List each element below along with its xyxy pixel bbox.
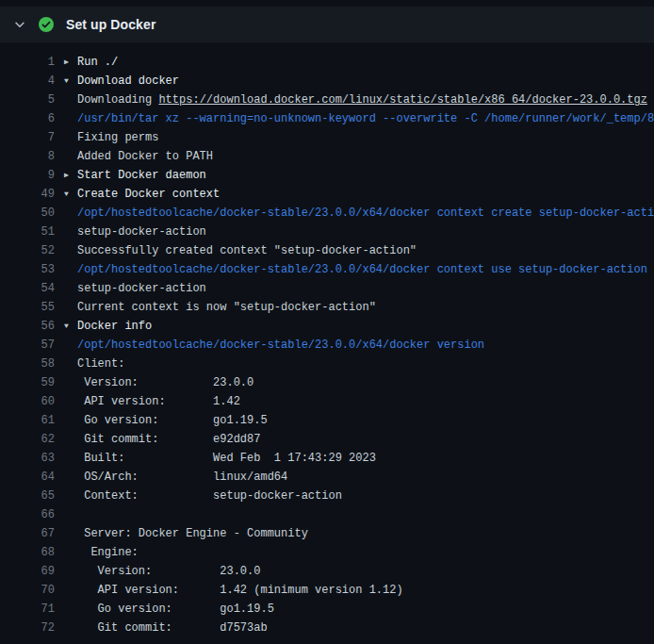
indent-spacer [64,91,77,109]
log-line: 55Current context is now "setup-docker-a… [15,298,654,317]
log-line: 68 Engine: [15,543,654,562]
indent-spacer [64,128,77,147]
actions-log-page: Set up Docker 1▶Run ./4▼Download docker5… [0,0,654,644]
log-text: Built: Wed Feb 1 17:43:29 2023 [77,449,376,468]
line-number[interactable]: 51 [15,223,55,241]
log-text: Current context is now "setup-docker-act… [77,298,376,317]
line-number[interactable]: 49 [15,185,55,204]
check-circle-icon [39,17,54,32]
line-number[interactable]: 8 [15,147,55,166]
log-link[interactable]: https://download.docker.com/linux/static… [158,93,646,107]
log-text: Downloading [77,93,158,107]
line-number[interactable]: 58 [15,355,55,373]
indent-spacer [64,430,77,449]
log-text: Server: Docker Engine - Community [77,524,308,543]
indent-spacer [64,204,77,223]
line-number[interactable]: 59 [15,373,55,392]
log-group-title: Download docker [77,72,179,91]
log-line: 62 Git commit: e92dd87 [15,430,654,449]
line-number[interactable]: 66 [15,505,55,524]
line-number[interactable]: 68 [15,543,55,562]
log-text: API version: 1.42 (minimum version 1.12) [77,581,403,600]
log-line: 52Successfully created context "setup-do… [15,241,654,260]
log-text: setup-docker-action [77,279,206,298]
line-number[interactable]: 57 [15,336,55,355]
log-group-line[interactable]: 9▶Start Docker daemon [15,166,654,185]
indent-spacer [64,147,77,166]
log-text: Git commit: d7573ab [77,619,268,637]
indent-spacer [64,600,77,619]
log-text: Client: [77,355,124,373]
step-header[interactable]: Set up Docker [0,7,654,42]
log-group-title: Start Docker daemon [77,166,206,185]
indent-spacer [64,336,77,355]
line-number[interactable]: 54 [15,279,55,298]
line-number[interactable]: 64 [15,468,55,487]
log-area[interactable]: 1▶Run ./4▼Download docker5Downloading ht… [0,42,654,637]
log-group-line[interactable]: 1▶Run ./ [15,53,654,72]
indent-spacer [64,411,77,430]
indent-spacer [64,619,77,637]
log-command-text: /opt/hostedtoolcache/docker-stable/23.0.… [77,204,654,223]
log-text: Fixing perms [77,128,158,147]
line-number[interactable]: 63 [15,449,55,468]
log-line: 70 API version: 1.42 (minimum version 1.… [15,581,654,600]
log-text: Added Docker to PATH [77,147,213,166]
line-number[interactable]: 62 [15,430,55,449]
log-line: 58Client: [15,355,654,373]
log-text: Downloading https://download.docker.com/… [77,91,647,109]
line-number[interactable]: 53 [15,260,55,279]
log-line: 65 Context: setup-docker-action [15,487,654,505]
log-group-line[interactable]: 4▼Download docker [15,72,654,91]
indent-spacer [64,468,77,487]
line-number[interactable]: 65 [15,487,55,505]
log-text: API version: 1.42 [77,392,240,411]
line-number[interactable]: 6 [15,109,55,128]
line-number[interactable]: 9 [15,166,55,185]
line-number[interactable]: 70 [15,581,55,600]
log-text: setup-docker-action [77,223,206,241]
group-chevron-expanded-icon[interactable]: ▼ [64,185,77,204]
line-number[interactable]: 61 [15,411,55,430]
log-text: Go version: go1.19.5 [77,600,274,619]
log-line: 67 Server: Docker Engine - Community [15,524,654,543]
log-line: 72 Git commit: d7573ab [15,619,654,637]
log-line: 8Added Docker to PATH [15,147,654,166]
log-text: Context: setup-docker-action [77,487,342,505]
chevron-down-icon[interactable] [13,18,26,31]
log-line: 59 Version: 23.0.0 [15,373,654,392]
indent-spacer [64,543,77,562]
log-text: Git commit: e92dd87 [77,430,260,449]
line-number[interactable]: 55 [15,298,55,317]
line-number[interactable]: 71 [15,600,55,619]
line-number[interactable]: 69 [15,562,55,581]
log-group-title: Run ./ [77,53,118,72]
indent-spacer [64,392,77,411]
group-chevron-collapsed-icon[interactable]: ▶ [64,166,77,185]
log-group-title: Docker info [77,317,152,336]
line-number[interactable]: 4 [15,72,55,91]
line-number[interactable]: 67 [15,524,55,543]
log-line: 64 OS/Arch: linux/amd64 [15,468,654,487]
line-number[interactable]: 52 [15,241,55,260]
group-chevron-collapsed-icon[interactable]: ▶ [64,53,77,72]
group-chevron-expanded-icon[interactable]: ▼ [64,317,77,336]
line-number[interactable]: 60 [15,392,55,411]
log-group-line[interactable]: 56▼Docker info [15,317,654,336]
line-number[interactable]: 7 [15,128,55,147]
indent-spacer [64,524,77,543]
log-line: 5Downloading https://download.docker.com… [15,91,654,109]
indent-spacer [64,581,77,600]
line-number[interactable]: 5 [15,91,55,109]
indent-spacer [64,505,77,524]
log-group-line[interactable]: 49▼Create Docker context [15,185,654,204]
indent-spacer [64,373,77,392]
indent-spacer [64,487,77,505]
line-number[interactable]: 50 [15,204,55,223]
line-number[interactable]: 1 [15,53,55,72]
line-number[interactable]: 72 [15,619,55,637]
log-text: OS/Arch: linux/amd64 [77,468,287,487]
line-number[interactable]: 56 [15,317,55,336]
group-chevron-expanded-icon[interactable]: ▼ [64,72,77,91]
indent-spacer [64,562,77,581]
